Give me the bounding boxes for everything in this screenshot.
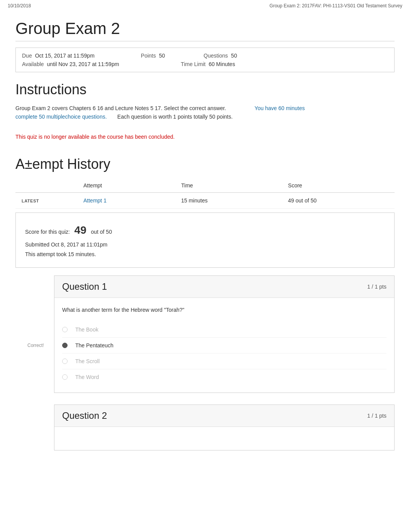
question-1-header: Question 1 1 / 1 pts bbox=[54, 276, 394, 298]
attempt-table-header-row: Attempt Time Score bbox=[15, 178, 395, 193]
instructions-body: Group Exam 2 covers Chapters 6 16 and Le… bbox=[15, 104, 395, 121]
answer-1-1: The Book bbox=[62, 322, 386, 338]
instructions-link2[interactable]: complete 50 multiplechoice questions. bbox=[15, 114, 107, 120]
quiz-unavailable-notice: This quiz is no longer available as the … bbox=[15, 129, 395, 144]
score-out-of: out of 50 bbox=[91, 229, 112, 235]
answer-text-1-4: The Word bbox=[68, 374, 99, 380]
timelimit-value: 60 Minutes bbox=[208, 61, 235, 67]
meta-row-2: Available until Nov 23, 2017 at 11:59pm … bbox=[22, 61, 388, 67]
top-bar: 10/10/2018 Group Exam 2: 2017FAV: PHI-11… bbox=[0, 0, 410, 12]
questions-label: Questions bbox=[203, 53, 228, 59]
questions-value: 50 bbox=[231, 53, 237, 59]
question-1-answers: The Book Correct! The Pentateuch The Scr… bbox=[54, 318, 394, 393]
question-1-body: What is another term for the Hebrew word… bbox=[54, 298, 394, 318]
question-2-header: Question 2 1 / 1 pts bbox=[54, 405, 394, 427]
attempt-score: 49 out of 50 bbox=[282, 192, 395, 208]
question-1-wrapper: Question 1 1 / 1 pts What is another ter… bbox=[15, 275, 395, 393]
attempt-history-section: A±empt History Attempt Time Score LATEST… bbox=[15, 156, 395, 268]
score-summary: Score for this quiz: 49 out of 50 Submit… bbox=[15, 212, 395, 268]
submitted-line: Submitted Oct 8, 2017 at 11:01pm bbox=[25, 240, 385, 250]
meta-questions: Questions 50 bbox=[203, 53, 237, 59]
meta-timelimit: Time Limit 60 Minutes bbox=[181, 61, 235, 67]
answer-text-1-1: The Book bbox=[68, 326, 98, 333]
radio-1-2 bbox=[62, 343, 68, 348]
meta-row-1: Due Oct 15, 2017 at 11:59pm Points 50 Qu… bbox=[22, 53, 388, 59]
col-header-time: Time bbox=[175, 178, 282, 193]
points-value: 50 bbox=[159, 53, 165, 59]
attempt-table-row: LATEST Attempt 1 15 minutes 49 out of 50 bbox=[15, 192, 395, 208]
page-title: Group Exam 2 bbox=[15, 15, 395, 41]
question-1-pts: 1 / 1 pts bbox=[367, 284, 386, 290]
meta-available: Available until Nov 23, 2017 at 11:59pm bbox=[22, 61, 119, 67]
question-2-block: Question 2 1 / 1 pts bbox=[54, 405, 395, 450]
question-2-wrapper: Question 2 1 / 1 pts bbox=[15, 405, 395, 450]
attempt-time: 15 minutes bbox=[175, 192, 282, 208]
col-header-score: Score bbox=[282, 178, 395, 193]
attempt-link-cell[interactable]: Attempt 1 bbox=[77, 192, 175, 208]
question-2-title: Question 2 bbox=[62, 410, 107, 421]
score-number: 49 bbox=[75, 224, 86, 236]
meta-due: Due Oct 15, 2017 at 11:59pm bbox=[22, 53, 95, 59]
radio-1-1 bbox=[62, 327, 68, 332]
meta-table: Due Oct 15, 2017 at 11:59pm Points 50 Qu… bbox=[15, 48, 395, 72]
instructions-link1[interactable]: You have 60 minutes bbox=[254, 105, 305, 111]
main-content: Group Exam 2 Due Oct 15, 2017 at 11:59pm… bbox=[0, 12, 410, 478]
instructions-text-part1: Group Exam 2 covers Chapters 6 16 and Le… bbox=[15, 105, 226, 111]
date: 10/10/2018 bbox=[8, 3, 31, 8]
correct-label: Correct! bbox=[27, 343, 44, 348]
col-header-blank bbox=[15, 178, 77, 193]
radio-1-4 bbox=[62, 374, 68, 380]
available-value: until Nov 23, 2017 at 11:59pm bbox=[47, 61, 119, 67]
duration-line: This attempt took 15 minutes. bbox=[25, 250, 385, 259]
answer-text-1-3: The Scroll bbox=[68, 358, 100, 364]
question-2-pts: 1 / 1 pts bbox=[367, 413, 386, 419]
answer-1-3: The Scroll bbox=[62, 354, 386, 369]
question-2-body bbox=[54, 427, 394, 450]
available-label: Available bbox=[22, 61, 44, 67]
points-label: Points bbox=[141, 53, 156, 59]
instructions-title: Instructions bbox=[15, 82, 395, 98]
breadcrumb: Group Exam 2: 2017FAV: PHI-1113-VS01 Old… bbox=[269, 3, 402, 8]
meta-points: Points 50 bbox=[141, 53, 165, 59]
attempt-history-title: A±empt History bbox=[15, 156, 395, 172]
attempt-table: Attempt Time Score LATEST Attempt 1 15 m… bbox=[15, 178, 395, 209]
due-value: Oct 15, 2017 at 11:59pm bbox=[35, 53, 95, 59]
answer-1-4: The Word bbox=[62, 369, 386, 385]
questions-container: Question 1 1 / 1 pts What is another ter… bbox=[15, 275, 395, 450]
latest-badge: LATEST bbox=[15, 192, 77, 208]
score-line: Score for this quiz: 49 out of 50 bbox=[25, 221, 385, 240]
timelimit-label: Time Limit bbox=[181, 61, 205, 67]
score-label: Score for this quiz: bbox=[25, 229, 70, 235]
answer-1-2: Correct! The Pentateuch bbox=[62, 338, 386, 354]
question-1-title: Question 1 bbox=[62, 281, 107, 292]
due-label: Due bbox=[22, 53, 32, 59]
attempt-link[interactable]: Attempt 1 bbox=[83, 197, 107, 204]
instructions-text-part3: Each question is worth 1 points totally … bbox=[117, 114, 233, 120]
radio-1-3 bbox=[62, 359, 68, 364]
col-header-attempt: Attempt bbox=[77, 178, 175, 193]
question-1-block: Question 1 1 / 1 pts What is another ter… bbox=[54, 275, 395, 393]
answer-text-1-2: The Pentateuch bbox=[68, 342, 114, 348]
